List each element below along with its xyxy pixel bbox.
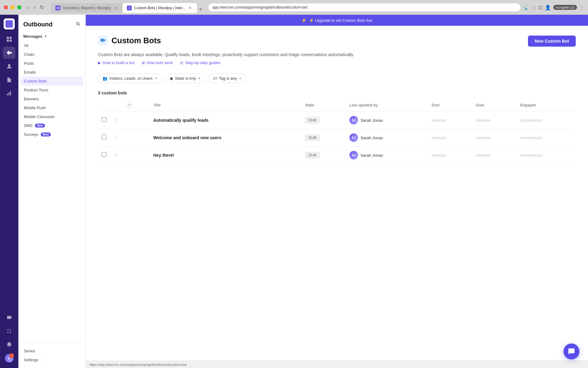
new-custom-bot-button[interactable]: New Custom Bot	[528, 36, 576, 47]
sidebar-item-posts[interactable]: Posts	[21, 59, 83, 68]
row1-sent-bar	[432, 119, 446, 122]
link-step-by-step[interactable]: ⊟ Step-by-step guides	[180, 60, 221, 65]
sidebar-item-surveys-label: Surveys	[24, 132, 38, 137]
profile-icon[interactable]: 👤	[545, 5, 551, 10]
filter-tag[interactable]: 🏷 Tag is any ▼	[209, 74, 246, 83]
rail-icon-knowledge[interactable]	[3, 74, 15, 86]
new-tab-button[interactable]: +	[199, 6, 202, 13]
tab-2[interactable]: I Custom Bots | Moodjoy | Inter... ✕	[123, 3, 197, 13]
address-bar[interactable]: app.intercom.com/a/apps/nnsgmgob/outboun…	[208, 3, 521, 12]
reload-button[interactable]: ↻	[39, 3, 46, 12]
sidebar-item-surveys[interactable]: Surveys New	[21, 130, 83, 139]
browser-controls	[4, 5, 21, 10]
row1-checkbox[interactable]	[102, 117, 107, 122]
row2-checkbox-cell	[98, 129, 110, 147]
sidebar-item-sms[interactable]: SMS New	[21, 121, 83, 130]
main-content: ⚡ ⚡ Upgrade to set Custom Bots live Cust…	[86, 15, 588, 368]
row1-state-cell: Draft	[301, 112, 346, 129]
rail-icon-home[interactable]	[3, 33, 15, 45]
sidebar-item-mobile-carousels[interactable]: Mobile Carousels	[21, 112, 83, 121]
messages-section-header[interactable]: Messages ▼	[21, 32, 83, 41]
settings-chevron-icon: ›	[40, 358, 41, 362]
rail-icon-messages[interactable]	[3, 312, 15, 324]
sidebar-item-product-tours[interactable]: Product Tours	[21, 86, 83, 94]
row3-state-cell: Draft	[301, 147, 346, 164]
forward-button[interactable]: ›	[32, 3, 37, 12]
page-header: Custom Bots New Custom Bot	[98, 36, 576, 47]
series-label: Series	[24, 349, 35, 353]
sidebar-item-all[interactable]: All	[21, 41, 83, 50]
sidebar-item-product-tours-label: Product Tours	[24, 88, 48, 92]
sidebar-messages-section: Messages ▼ All Chats Posts Emails Custom…	[18, 32, 85, 139]
table-row[interactable]: ⠿ Welcome and onboard new users Draft SJ	[98, 129, 576, 147]
table-row[interactable]: ⠿ Hey there! Draft SJ Sarah Jonas	[98, 147, 576, 164]
sidebar-item-chats-label: Chats	[24, 52, 34, 57]
svg-rect-13	[100, 39, 104, 42]
filter-state-chevron: ▼	[198, 77, 201, 80]
row2-sent-cell	[428, 129, 472, 147]
row3-drag-handle[interactable]: ⠿	[114, 153, 117, 158]
bookmark-icon[interactable]: ☆	[532, 5, 536, 10]
maximize-dot[interactable]	[17, 5, 21, 10]
tab-2-close[interactable]: ✕	[188, 6, 193, 10]
menu-icon[interactable]: ⋮	[579, 5, 584, 10]
messages-section-title: Messages	[23, 34, 42, 39]
back-button[interactable]: ‹	[26, 3, 31, 12]
sidebar-item-chats[interactable]: Chats	[21, 50, 83, 59]
svg-rect-1	[9, 37, 12, 39]
row2-title[interactable]: Welcome and onboard new users	[153, 135, 221, 140]
tab-1-close[interactable]: ✕	[113, 6, 118, 10]
rail-icon-apps[interactable]	[3, 325, 15, 337]
help-icon[interactable]: ?	[126, 102, 132, 108]
bot-count: 3 custom bots	[98, 90, 576, 95]
sidebar-search-button[interactable]	[76, 21, 81, 28]
sidebar-item-emails-label: Emails	[24, 70, 36, 75]
minimize-dot[interactable]	[10, 5, 15, 10]
filter-state-label: State is Any	[175, 76, 196, 81]
app-logo[interactable]	[4, 18, 15, 29]
cast-icon[interactable]: 📡	[523, 5, 529, 10]
filter-state[interactable]: ◉ State is Any ▼	[165, 74, 205, 83]
sidebar-item-banners-label: Banners	[24, 97, 39, 101]
window-icon[interactable]: ⊡	[538, 5, 542, 10]
close-dot[interactable]	[4, 5, 8, 10]
sidebar-item-series[interactable]: Series	[21, 347, 83, 355]
row3-title[interactable]: Hey there!	[153, 153, 174, 158]
rail-icon-user[interactable]: U 1	[3, 352, 15, 364]
status-bar: https://app.intercom.com/a/apps/nnsgmgob…	[86, 361, 588, 368]
upgrade-icon: ⚡	[301, 18, 307, 23]
tab-1-favicon: M	[55, 6, 60, 10]
chat-widget[interactable]	[564, 343, 579, 359]
row2-drag-handle[interactable]: ⠿	[114, 135, 117, 140]
sidebar-item-custom-bots[interactable]: Custom Bots	[21, 77, 83, 86]
logo-inner	[6, 20, 13, 28]
sidebar-item-banners[interactable]: Banners	[21, 94, 83, 103]
row2-engaged-cell	[517, 129, 576, 147]
upgrade-banner[interactable]: ⚡ ⚡ Upgrade to set Custom Bots live	[86, 15, 588, 26]
surveys-new-badge: New	[41, 132, 51, 136]
row2-checkbox[interactable]	[102, 135, 107, 140]
sidebar-bottom: Series Settings ›	[18, 343, 85, 368]
filter-audience[interactable]: 👥 Visitors, Leads, or Users ▼	[98, 74, 162, 83]
row3-engaged-bar	[520, 154, 542, 157]
row1-title[interactable]: Automatically qualify leads	[153, 118, 209, 123]
sidebar-item-emails[interactable]: Emails	[21, 68, 83, 77]
tab-1[interactable]: M Overview | Reports | Moodjoy ✕	[51, 3, 123, 13]
page-title: Custom Bots	[111, 36, 161, 45]
link-how-bots-work[interactable]: ⊞ How bots work	[142, 60, 173, 65]
rail-icon-outbound[interactable]	[3, 47, 15, 59]
browser-toolbar: ‹ › ↻ M Overview | Reports | Moodjoy ✕ I…	[0, 0, 588, 15]
link-how-to-build[interactable]: ▶ How to build a bot	[98, 60, 134, 65]
row3-checkbox[interactable]	[102, 152, 107, 157]
sidebar-item-settings[interactable]: Settings ›	[21, 355, 83, 364]
table-row[interactable]: ⠿ Automatically qualify leads Draft SJ	[98, 112, 576, 129]
browser-tabs: M Overview | Reports | Moodjoy ✕ I Custo…	[51, 2, 202, 13]
rail-icon-notifications[interactable]	[3, 339, 15, 351]
filter-tag-chevron: ▼	[239, 77, 242, 80]
row1-drag-handle[interactable]: ⠿	[114, 118, 117, 123]
rail-icon-contacts[interactable]	[3, 60, 15, 72]
sidebar-item-mobile-push[interactable]: Mobile Push	[21, 103, 83, 112]
row2-goal-bar	[476, 137, 491, 139]
rail-icon-reports[interactable]	[3, 87, 15, 99]
row1-goal-cell	[472, 112, 517, 129]
